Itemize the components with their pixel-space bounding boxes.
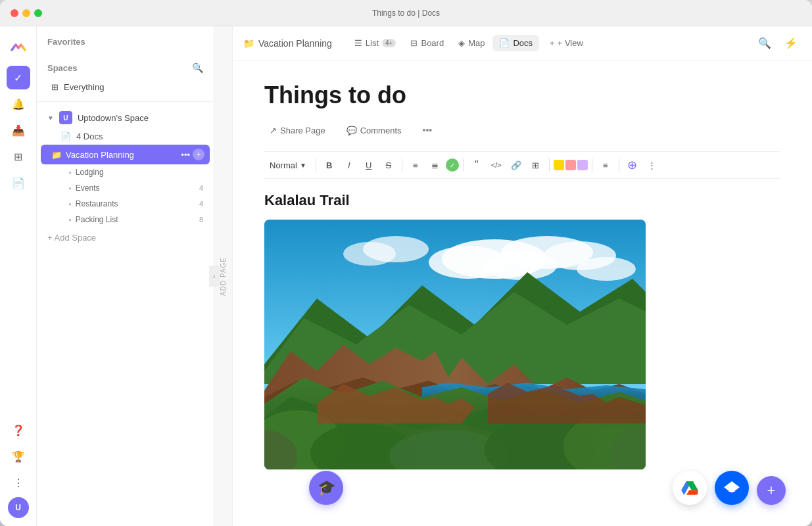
lightning-button[interactable]: ⚡ [780, 33, 801, 54]
toolbar-separator-4 [549, 158, 550, 172]
rail-tasks-icon[interactable]: ✓ [7, 66, 30, 89]
add-view-button[interactable]: + + View [543, 35, 590, 51]
blockquote-button[interactable]: " [467, 156, 486, 174]
italic-button[interactable]: I [340, 156, 358, 174]
folder-add-icon[interactable]: + [193, 149, 204, 160]
sidebar-space-header[interactable]: ▼ U Uptodown's Space [37, 107, 214, 128]
doc-heading: Kalalau Trail [264, 192, 780, 209]
image-button[interactable]: ⊞ [527, 156, 545, 174]
clickup-logo-icon [9, 37, 28, 55]
format-style-select[interactable]: Normal ▼ [264, 158, 312, 173]
list-icon: ☰ [354, 38, 362, 48]
color-purple-button[interactable] [577, 160, 588, 170]
underline-button[interactable]: U [360, 156, 378, 174]
sidebar-search-icon[interactable]: 🔍 [192, 62, 203, 73]
events-label: Events [76, 183, 100, 193]
maximize-button[interactable] [34, 9, 42, 17]
rail-grid-icon[interactable]: ⊞ [7, 145, 30, 168]
landscape-svg [264, 220, 646, 469]
sidebar-packing-list[interactable]: ● Packing List 8 [37, 212, 214, 227]
align-button[interactable]: ≡ [596, 156, 615, 174]
folder-actions: ••• + [181, 149, 204, 160]
search-button[interactable]: 🔍 [754, 33, 775, 54]
numbered-list-button[interactable]: ≣ [426, 156, 444, 174]
sidebar-restaurants[interactable]: ● Restaurants 4 [37, 196, 214, 212]
tab-map[interactable]: ◈ Map [452, 35, 491, 51]
top-nav: 📁 Vacation Planning ☰ List 4+ ⊟ Board ◈ [233, 26, 812, 60]
restaurants-count: 4 [199, 200, 203, 208]
sidebar-docs-item[interactable]: 📄 4 Docs [37, 128, 214, 145]
minimize-button[interactable] [22, 9, 30, 17]
sidebar-events[interactable]: ● Events 4 [37, 180, 214, 196]
learn-floating-button[interactable]: 🎓 [309, 471, 343, 505]
doc-actions: ↗ Share Page 💬 Comments ••• [264, 122, 780, 138]
more-options-button[interactable]: ⋮ [643, 156, 661, 174]
rail-trophy-icon[interactable]: 🏆 [7, 444, 30, 468]
sidebar-favorites-header: Favorites [37, 26, 214, 52]
comments-label: Comments [360, 126, 402, 135]
sidebar-collapse-button[interactable]: ‹ [209, 266, 220, 287]
add-element-button[interactable]: ⊕ [623, 156, 642, 174]
bold-button[interactable]: B [320, 156, 339, 174]
folder-label: Vacation Planning [66, 150, 134, 160]
floating-right: + [673, 471, 786, 505]
bullet-icon: ● [68, 185, 72, 191]
bullet-list-button[interactable]: ≡ [406, 156, 425, 174]
breadcrumb-icon: 📁 [243, 38, 254, 49]
window-title: Things to do | Docs [372, 9, 440, 18]
map-icon: ◈ [458, 38, 465, 48]
tab-board-label: Board [421, 38, 444, 48]
restaurants-label: Restaurants [76, 199, 118, 208]
color-pink-button[interactable] [565, 160, 576, 170]
floating-area: 🎓 [309, 471, 343, 505]
share-page-button[interactable]: ↗ Share Page [264, 123, 331, 138]
user-avatar[interactable]: U [8, 497, 29, 518]
tab-list[interactable]: ☰ List 4+ [348, 35, 403, 51]
sidebar-item-everything[interactable]: ⊞ Everything [41, 78, 210, 96]
bullet-icon: ● [68, 217, 72, 223]
folder-icon: 📁 [51, 150, 62, 160]
tab-list-label: List [366, 38, 379, 48]
strikethrough-button[interactable]: S [379, 156, 398, 174]
toolbar-separator-2 [402, 158, 402, 172]
doc-more-button[interactable]: ••• [418, 122, 438, 138]
svg-point-9 [577, 257, 636, 281]
content-area: 📁 Vacation Planning ☰ List 4+ ⊟ Board ◈ [233, 26, 812, 526]
rail-notification-icon[interactable]: 🔔 [7, 92, 30, 116]
board-icon: ⊟ [410, 38, 418, 48]
icon-rail: ✓ 🔔 📥 ⊞ 📄 ❓ 🏆 ⋮ U [0, 26, 37, 526]
add-floating-button[interactable]: + [757, 476, 786, 505]
google-drive-icon [681, 479, 699, 497]
close-button[interactable] [11, 9, 18, 17]
sidebar-vacation-planning[interactable]: 📁 Vacation Planning ••• + [41, 145, 210, 164]
everything-label: Everything [64, 82, 104, 92]
checklist-button[interactable]: ✓ [446, 158, 459, 172]
rail-docs-icon[interactable]: 📄 [7, 171, 30, 195]
code-button[interactable]: </> [487, 156, 506, 174]
list-badge: 4+ [382, 39, 396, 47]
color-yellow-button[interactable] [554, 160, 564, 170]
app-logo[interactable] [7, 34, 30, 58]
sidebar-lodging[interactable]: ● Lodging [37, 164, 214, 180]
tab-docs-label: Docs [513, 38, 533, 48]
rail-help-icon[interactable]: ❓ [7, 418, 30, 442]
add-space-button[interactable]: + Add Space [37, 227, 214, 248]
top-nav-actions: 🔍 ⚡ [754, 33, 801, 54]
rail-more-icon[interactable]: ⋮ [7, 471, 30, 494]
link-button[interactable]: 🔗 [507, 156, 525, 174]
google-drive-button[interactable] [673, 471, 707, 505]
dropbox-button[interactable] [715, 471, 749, 505]
nav-tabs: ☰ List 4+ ⊟ Board ◈ Map 📄 Docs [348, 35, 590, 51]
tab-board[interactable]: ⊟ Board [404, 35, 450, 51]
docs-tab-icon: 📄 [499, 38, 510, 48]
doc-title: Things to do [264, 82, 780, 109]
sidebar-divider [37, 101, 214, 102]
breadcrumb: 📁 Vacation Planning [243, 38, 332, 49]
doc-area: Things to do ↗ Share Page 💬 Comments ••• [233, 60, 812, 526]
packing-list-count: 8 [199, 216, 203, 224]
sidebar-spaces-header: Spaces 🔍 [37, 52, 214, 78]
tab-docs[interactable]: 📄 Docs [492, 35, 539, 51]
comments-button[interactable]: 💬 Comments [341, 123, 407, 138]
rail-inbox-icon[interactable]: 📥 [7, 118, 30, 142]
folder-more-icon[interactable]: ••• [181, 150, 190, 160]
